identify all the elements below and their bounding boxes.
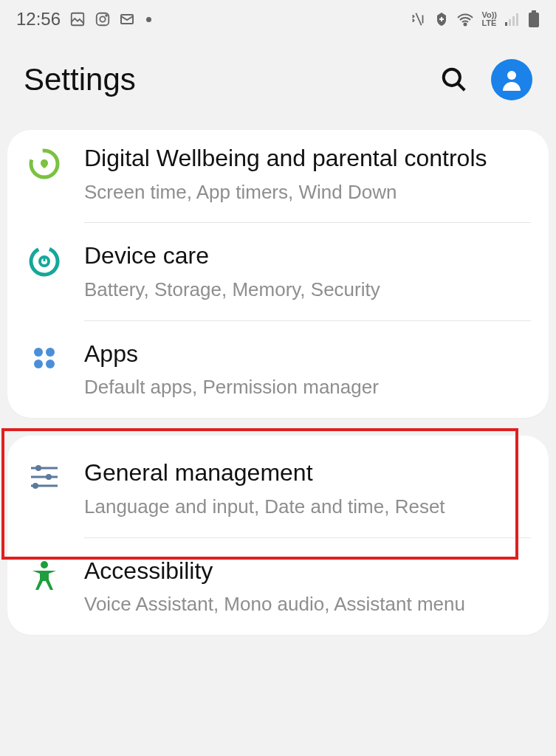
settings-group-2: General management Language and input, D… bbox=[7, 436, 549, 635]
vibrate-icon bbox=[411, 11, 427, 27]
svg-point-19 bbox=[34, 348, 43, 357]
svg-point-5 bbox=[464, 24, 467, 26]
battery-icon bbox=[528, 10, 540, 28]
item-title: General management bbox=[84, 458, 531, 489]
svg-rect-9 bbox=[516, 13, 518, 26]
svg-point-20 bbox=[46, 348, 55, 357]
svg-point-21 bbox=[34, 360, 43, 368]
svg-rect-6 bbox=[505, 22, 507, 26]
item-subtitle: Voice Assistant, Mono audio, Assistant m… bbox=[84, 592, 531, 617]
svg-point-29 bbox=[41, 561, 48, 568]
svg-point-12 bbox=[444, 69, 460, 86]
svg-point-26 bbox=[46, 474, 52, 480]
item-title: Digital Wellbeing and parental controls bbox=[84, 143, 531, 174]
item-title: Device care bbox=[84, 241, 531, 272]
wifi-icon bbox=[456, 12, 474, 27]
status-bar: 12:56 Vo))LTE bbox=[0, 0, 556, 35]
search-icon bbox=[440, 66, 468, 94]
item-title: Apps bbox=[84, 339, 531, 370]
page-title: Settings bbox=[24, 62, 136, 97]
settings-header: Settings bbox=[0, 35, 556, 130]
svg-point-14 bbox=[507, 71, 516, 80]
svg-point-2 bbox=[100, 16, 105, 21]
settings-item-general[interactable]: General management Language and input, D… bbox=[7, 436, 549, 537]
svg-point-22 bbox=[46, 360, 55, 368]
devicecare-icon bbox=[28, 245, 61, 278]
svg-point-28 bbox=[32, 483, 38, 489]
svg-line-13 bbox=[458, 83, 465, 91]
settings-item-apps[interactable]: Apps Default apps, Permission manager bbox=[7, 321, 549, 418]
notification-dot-icon bbox=[146, 17, 151, 22]
settings-item-accessibility[interactable]: Accessibility Voice Assistant, Mono audi… bbox=[7, 538, 549, 635]
settings-item-wellbeing[interactable]: Digital Wellbeing and parental controls … bbox=[7, 130, 549, 222]
settings-group-1: Digital Wellbeing and parental controls … bbox=[7, 130, 549, 418]
svg-rect-7 bbox=[509, 19, 511, 26]
svg-rect-11 bbox=[529, 13, 539, 27]
volte-icon: Vo))LTE bbox=[481, 11, 497, 27]
search-button[interactable] bbox=[438, 63, 470, 96]
status-time: 12:56 bbox=[16, 9, 61, 30]
sliders-icon bbox=[28, 462, 61, 492]
signal-icon bbox=[504, 12, 521, 27]
svg-rect-8 bbox=[512, 16, 515, 26]
wellbeing-icon bbox=[28, 148, 61, 180]
item-subtitle: Language and input, Date and time, Reset bbox=[84, 495, 531, 520]
item-subtitle: Battery, Storage, Memory, Security bbox=[84, 278, 531, 303]
svg-rect-10 bbox=[532, 10, 536, 13]
apps-icon bbox=[30, 343, 59, 373]
data-saver-icon bbox=[434, 11, 449, 27]
image-icon bbox=[69, 11, 86, 27]
mail-icon bbox=[120, 12, 137, 27]
svg-point-24 bbox=[35, 465, 41, 471]
profile-button[interactable] bbox=[491, 59, 532, 100]
svg-point-3 bbox=[106, 15, 107, 16]
person-icon bbox=[498, 66, 525, 93]
item-subtitle: Screen time, App timers, Wind Down bbox=[84, 180, 531, 205]
settings-item-devicecare[interactable]: Device care Battery, Storage, Memory, Se… bbox=[7, 223, 549, 320]
accessibility-icon bbox=[30, 560, 59, 593]
instagram-icon bbox=[95, 11, 111, 27]
item-subtitle: Default apps, Permission manager bbox=[84, 375, 531, 400]
item-title: Accessibility bbox=[84, 556, 531, 587]
